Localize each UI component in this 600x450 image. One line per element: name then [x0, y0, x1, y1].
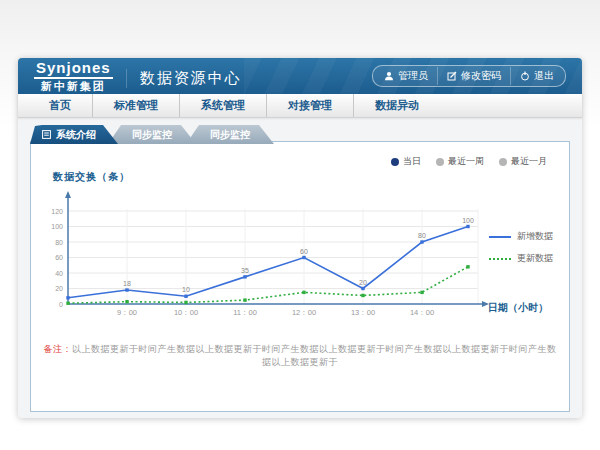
svg-text:100: 100 — [51, 223, 63, 230]
svg-text:60: 60 — [55, 254, 63, 261]
radio-today-dot — [391, 158, 399, 166]
tab-bar: 系统介绍 同步监控 同步监控 — [30, 125, 582, 144]
tab-system-intro[interactable]: 系统介绍 — [30, 125, 118, 144]
svg-text:12：00: 12：00 — [292, 308, 316, 317]
power-icon — [520, 71, 530, 81]
legend-update-data-label: 更新数据 — [517, 252, 553, 265]
legend-item-new-data[interactable]: 新增数据 — [489, 230, 553, 243]
radio-last-month[interactable]: 最近一月 — [499, 155, 547, 168]
chart-legend: 新增数据 更新数据 — [489, 230, 553, 274]
tab-system-intro-label: 系统介绍 — [56, 125, 96, 144]
radio-today-label: 当日 — [403, 155, 421, 168]
admin-user-label: 管理员 — [398, 67, 428, 85]
content-panel: 当日 最近一周 最近一月 数据交换（条） 0204060801001209：00… — [30, 141, 570, 412]
nav-item-standard-mgmt[interactable]: 标准管理 — [92, 94, 179, 117]
svg-text:18: 18 — [123, 280, 131, 287]
radio-last-week[interactable]: 最近一周 — [436, 155, 484, 168]
svg-text:100: 100 — [462, 217, 474, 224]
svg-text:9：00: 9：00 — [117, 308, 137, 317]
company-logo: Synjones 新中新集团 — [34, 60, 113, 92]
radio-last-month-dot — [499, 158, 507, 166]
tab-sync-monitor-2-label: 同步监控 — [210, 129, 250, 140]
svg-text:20: 20 — [55, 285, 63, 292]
logo-brand-text: Synjones — [34, 60, 113, 79]
tab-sync-monitor-2[interactable]: 同步监控 — [186, 125, 274, 144]
legend-new-data-label: 新增数据 — [517, 230, 553, 243]
chart-x-axis-title: 日期（小时） — [488, 301, 548, 315]
user-toolbar: 管理员 修改密码 退出 — [372, 65, 566, 87]
svg-text:80: 80 — [418, 232, 426, 239]
svg-text:0: 0 — [59, 301, 63, 308]
svg-text:60: 60 — [300, 248, 308, 255]
edit-icon — [447, 71, 457, 81]
svg-text:13：00: 13：00 — [351, 308, 375, 317]
page-title: 数据资源中心 — [126, 69, 242, 88]
svg-text:10: 10 — [182, 286, 190, 293]
dotted-line-icon — [489, 258, 511, 260]
svg-text:120: 120 — [51, 208, 63, 215]
app-window: Synjones 新中新集团 数据资源中心 管理员 修改密码 退出 首页 标准管… — [18, 58, 582, 418]
svg-text:11：00: 11：00 — [233, 308, 257, 317]
change-password-button[interactable]: 修改密码 — [437, 67, 510, 85]
radio-last-week-label: 最近一周 — [448, 155, 484, 168]
document-icon — [42, 130, 51, 139]
svg-text:40: 40 — [55, 270, 63, 277]
nav-item-home[interactable]: 首页 — [28, 94, 92, 117]
user-icon — [384, 71, 394, 81]
footnote: 备注：以上数据更新于时间产生数据以上数据更新于时间产生数据以上数据更新于时间产生… — [41, 343, 559, 369]
logout-button[interactable]: 退出 — [510, 67, 563, 85]
svg-text:14：00: 14：00 — [410, 308, 434, 317]
svg-text:80: 80 — [55, 239, 63, 246]
footnote-text: 以上数据更新于时间产生数据以上数据更新于时间产生数据以上数据更新于时间产生数据以… — [72, 344, 557, 367]
main-nav: 首页 标准管理 系统管理 对接管理 数据异动 — [18, 94, 582, 118]
radio-last-month-label: 最近一月 — [511, 155, 547, 168]
logo-company-text: 新中新集团 — [41, 81, 106, 92]
footnote-label: 备注： — [44, 344, 73, 354]
change-password-label: 修改密码 — [461, 67, 501, 85]
svg-text:10：00: 10：00 — [174, 308, 198, 317]
legend-item-update-data[interactable]: 更新数据 — [489, 252, 553, 265]
line-chart: 0204060801001209：0010：0011：0012：0013：001… — [41, 188, 511, 322]
nav-item-connect-mgmt[interactable]: 对接管理 — [266, 94, 353, 117]
tab-sync-monitor-1-label: 同步监控 — [132, 129, 172, 140]
chart-y-axis-title: 数据交换（条） — [53, 170, 130, 184]
solid-line-icon — [489, 236, 511, 238]
radio-today[interactable]: 当日 — [391, 155, 421, 168]
admin-user-button[interactable]: 管理员 — [375, 67, 437, 85]
radio-last-week-dot — [436, 158, 444, 166]
nav-item-system-mgmt[interactable]: 系统管理 — [179, 94, 266, 117]
svg-text:20: 20 — [359, 279, 367, 286]
period-filter: 当日 最近一周 最近一月 — [391, 155, 547, 168]
nav-item-data-change[interactable]: 数据异动 — [353, 94, 440, 117]
app-header: Synjones 新中新集团 数据资源中心 管理员 修改密码 退出 — [18, 58, 582, 94]
tab-sync-monitor-1[interactable]: 同步监控 — [108, 125, 196, 144]
logout-label: 退出 — [534, 67, 554, 85]
svg-text:35: 35 — [241, 267, 249, 274]
